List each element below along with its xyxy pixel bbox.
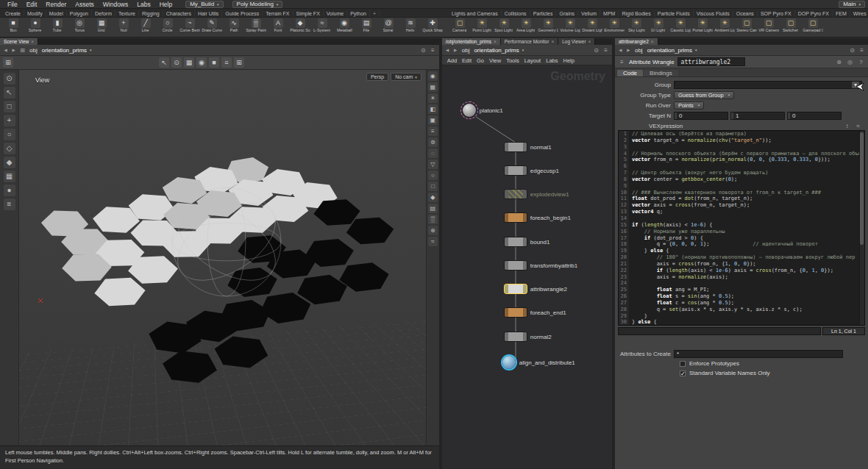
shelf-tool-geometry-light[interactable]: ☀Geometry Light (537, 18, 559, 37)
editor-scrollbar[interactable] (859, 131, 864, 325)
shelf-tool-torus[interactable]: ◎Torus (68, 18, 90, 37)
target-n-field-1[interactable]: 1 (730, 112, 785, 120)
network-menu-go[interactable]: Go (474, 57, 486, 64)
path-node[interactable]: orientation_prims (646, 47, 694, 54)
shelf-tab-sop-pyro-fx[interactable]: SOP Pyro FX (758, 10, 795, 17)
grid-toggle-icon[interactable]: ○ (428, 171, 438, 180)
code-line[interactable]: 29 } (619, 313, 864, 320)
shelf-tab-dop-pyro-fx[interactable]: DOP Pyro FX (795, 10, 833, 17)
snap-display-icon[interactable]: ⊕ (428, 226, 438, 235)
target-n-field-0[interactable]: 0 (674, 112, 728, 120)
code-line[interactable]: 20 // 180° (нормали противоположны) — по… (619, 254, 864, 261)
build-selector[interactable]: My_Build ▾ (185, 1, 223, 8)
shelf-tab-fem[interactable]: FEM (833, 10, 850, 17)
wireframe-toggle-icon[interactable]: ⊚ (428, 137, 438, 147)
group-select-icon[interactable]: ▦ (184, 57, 194, 68)
add-shelf-button[interactable]: + (370, 10, 380, 17)
hexagon-prim[interactable] (163, 351, 217, 383)
shelf-tool-tube[interactable]: ▮Tube (46, 18, 68, 37)
shelf-tab-model[interactable]: Model (46, 10, 67, 17)
shelf-tab-oceans[interactable]: Oceans (733, 10, 758, 17)
code-line[interactable]: 15if (length(axis) < 1e-6) { (619, 222, 864, 229)
shelf-tool-curve-bezier[interactable]: ~Curve Bezier (179, 18, 201, 37)
node-transformbyattrib1[interactable]: transformbyattrib1 (505, 261, 577, 270)
menu-windows[interactable]: Windows (99, 1, 132, 8)
forward-icon[interactable]: ▶ (625, 48, 632, 52)
persp-button[interactable]: Persp (366, 73, 388, 81)
forward-icon[interactable]: ▶ (10, 48, 17, 52)
node-align_and_distribute1[interactable]: align_and_distribute1 (502, 356, 575, 369)
shelf-tool-l-system[interactable]: ≈L-System (311, 18, 333, 37)
shelf-tab-polygon[interactable]: Polygon (67, 10, 92, 17)
shelf-tool-circle[interactable]: ○Circle (157, 18, 179, 37)
code-line[interactable]: 27 float c = cos(ang * 0.5); (619, 300, 864, 307)
shelf-tool-point-light[interactable]: ☀Point Light (471, 18, 493, 37)
secure-selection-icon[interactable]: ⊙ (171, 57, 182, 68)
network-menu-view[interactable]: View (487, 57, 503, 64)
shelf-tab-guide-process[interactable]: Guide Process (222, 10, 263, 17)
path-node[interactable]: orientation_prims (40, 47, 88, 54)
close-icon[interactable]: × (551, 39, 554, 44)
shelf-tab-texture[interactable]: Texture (115, 10, 139, 17)
code-line[interactable]: 1// Целевая ось (берётся из параметра) (619, 131, 864, 137)
display-options-icon[interactable]: ◉ (428, 71, 438, 81)
path-grid-icon[interactable]: ⊞ (18, 47, 26, 54)
close-icon[interactable]: × (31, 39, 34, 44)
code-line[interactable]: 26 float s = sin(ang * 0.5); (619, 293, 864, 300)
node-attribwrangle2[interactable]: attribwrangle2 (505, 284, 567, 293)
hexagon-prim[interactable] (260, 293, 311, 323)
code-line[interactable]: 24 (619, 280, 864, 287)
shelf-tool-quick-shapes[interactable]: ✚Quick Shapes (421, 18, 444, 37)
vex-language-icon[interactable]: ≈ (854, 123, 862, 129)
group-type-select[interactable]: Guess from Group ▾ (674, 91, 734, 99)
network-menu-tools[interactable]: Tools (504, 57, 522, 64)
layout-selector[interactable]: Main ▾ (839, 1, 865, 8)
tab-code[interactable]: Code (617, 70, 643, 76)
shelf-tab-volume[interactable]: Volume (324, 10, 347, 17)
network-menu-edit[interactable]: Edit (460, 57, 474, 64)
code-line[interactable]: 7// Центр объекта (вокруг него будем вра… (619, 170, 864, 176)
shelf-tab-particle-fluids[interactable]: Particle Fluids (655, 10, 694, 17)
shelf-tab-characters[interactable]: Characters (163, 10, 195, 17)
code-line[interactable]: 22 if (length(axis) < 1e-6) axis = cross… (619, 268, 864, 274)
shelf-tool-sky-light[interactable]: ☀Sky Light (625, 18, 647, 37)
code-line[interactable]: 5vector from_n = normalize(prim_normal(0… (619, 157, 864, 163)
shelf-tool-line[interactable]: ╱Line (135, 18, 157, 37)
snapshot-icon[interactable]: ⊙ (419, 47, 427, 54)
select-objects-icon[interactable]: □ (4, 101, 15, 112)
network-menu-add[interactable]: Add (445, 57, 459, 64)
select-mode-icon[interactable]: ↖ (159, 57, 169, 68)
move-tool-icon[interactable]: + (4, 115, 15, 126)
code-line[interactable]: 11float dot_prod = dot(from_n, target_n)… (619, 196, 864, 202)
code-line[interactable]: 13vector4 q; (619, 209, 864, 215)
camera-lock-icon[interactable]: □ (428, 182, 438, 191)
path-obj[interactable]: obj (460, 47, 472, 54)
menu-help[interactable]: Help (155, 1, 177, 8)
shelf-tool-portal-light[interactable]: ☀Portal Light (691, 18, 714, 37)
code-line[interactable]: 28 q = set(axis.x * s, axis.y * s, axis.… (619, 307, 864, 313)
isolate-toggle-icon[interactable]: ◆ (428, 193, 438, 202)
expand-editor-icon[interactable]: ↕ (843, 123, 851, 129)
menu-edit[interactable]: Edit (22, 1, 42, 8)
shelf-tool-sphere[interactable]: ●Sphere (24, 18, 46, 37)
code-line[interactable]: 21 axis = cross(from_n, {1, 0, 0}); (619, 261, 864, 268)
code-line[interactable]: 6 (619, 163, 864, 170)
code-line[interactable]: 14 (619, 215, 864, 222)
shelf-tab-hair-utils[interactable]: Hair Utils (195, 10, 222, 17)
back-icon[interactable]: ◀ (444, 48, 451, 52)
keyframe-icon[interactable]: ● (4, 185, 15, 196)
shelf-tab-terrain-fx[interactable]: Terrain FX (263, 10, 293, 17)
pane-tab-log-viewer[interactable]: Log Viewer× (558, 38, 595, 45)
menu-file[interactable]: File (3, 1, 22, 8)
shelf-tab-particles[interactable]: Particles (530, 10, 557, 17)
snapshot-icon[interactable]: ⊙ (848, 47, 856, 54)
more-tools-icon[interactable]: ≡ (4, 198, 15, 210)
code-line[interactable]: 19 } else { (619, 248, 864, 254)
shadow-toggle-icon[interactable]: ◧ (428, 104, 438, 114)
path-obj[interactable]: obj (28, 47, 39, 54)
code-line[interactable]: 9 (619, 183, 864, 190)
code-line[interactable]: 10// ### Вычисляем кватернион поворота о… (619, 190, 864, 196)
node-name-field[interactable]: attribwrangle2 (677, 57, 745, 66)
back-icon[interactable]: ◀ (617, 48, 624, 52)
shelf-tool-null[interactable]: +Null (113, 18, 135, 37)
